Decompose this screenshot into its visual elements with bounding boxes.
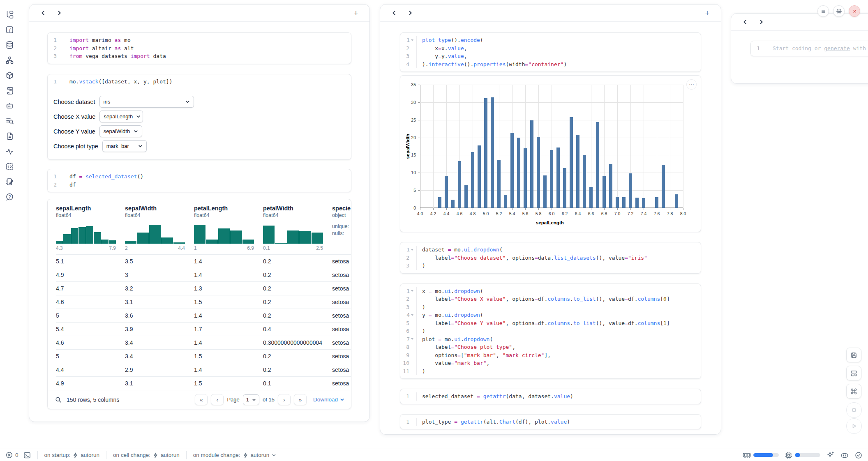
table-column-header[interactable]: speciesobjectunique:nulls: [332, 205, 351, 251]
table-row[interactable]: 4.93.11.50.1setosa [56, 376, 351, 390]
ram-usage[interactable] [743, 452, 779, 459]
code-line[interactable]: 1Start coding or generate with [751, 44, 868, 53]
scroll-right-button[interactable] [756, 17, 766, 28]
package-icon[interactable] [5, 71, 14, 80]
bar-chart[interactable]: 051015202530354.04.24.44.64.85.05.25.45.… [420, 85, 683, 208]
file-tree-icon[interactable] [5, 10, 14, 19]
code-line[interactable]: 3from vega_datasets import data [48, 52, 351, 60]
scroll-icon[interactable] [5, 86, 14, 95]
run-button[interactable] [846, 418, 862, 434]
search-icon[interactable] [55, 396, 62, 403]
code-line[interactable]: 1selected_dataset = getattr(data, datase… [400, 392, 701, 401]
fold-chevron-icon[interactable] [411, 338, 413, 340]
table-row[interactable]: 4.931.40.2setosa [56, 268, 351, 281]
code-line[interactable]: 2 label="Choose X value", options=df.col… [400, 295, 701, 303]
table-column-header[interactable]: sepalWidthfloat6424.4 [125, 205, 194, 251]
code-line[interactable]: 6) [400, 327, 701, 335]
cell-plot-type[interactable]: 1plot_type = getattr(alt.Chart(df), plot… [400, 414, 701, 430]
functions-icon[interactable]: f [5, 25, 14, 34]
next-page-button[interactable]: › [278, 394, 291, 405]
code-line[interactable]: 1x = mo.ui.dropdown( [400, 287, 701, 295]
activity-icon[interactable] [5, 147, 14, 156]
code-line[interactable]: 7plot = mo.ui.dropdown( [400, 335, 701, 343]
dataset-select[interactable]: iris [99, 96, 194, 108]
table-column-header[interactable]: petalLengthfloat6416.9 [194, 205, 263, 251]
code-line[interactable]: 5 label="Choose Y value", options=df.col… [400, 319, 701, 327]
scroll-left-button[interactable] [739, 17, 750, 28]
code-line[interactable]: 3) [400, 262, 701, 270]
command-palette-button[interactable] [846, 384, 861, 399]
code-line[interactable]: 3 y=y.value, [400, 52, 701, 60]
code-line[interactable]: 3) [400, 303, 701, 311]
cell-imports[interactable]: 1import marimo as mo2import altair as al… [47, 32, 351, 64]
table-row[interactable]: 5.13.51.40.2setosa [56, 254, 351, 268]
cell-plot[interactable]: 1plot_type().encode(2 x=x.value,3 y=y.va… [400, 32, 701, 72]
connection-status-button[interactable] [855, 452, 862, 459]
prev-page-button[interactable]: ‹ [211, 394, 224, 405]
page-select[interactable]: 1 [243, 394, 259, 405]
stop-button[interactable] [846, 402, 862, 418]
plot-type-select[interactable]: mark_bar [102, 140, 147, 152]
table-column-header[interactable]: petalWidthfloat640.12.5 [263, 205, 332, 251]
cell-scratch[interactable]: 1Start coding or generate with [750, 41, 868, 56]
chart-actions-button[interactable]: ⋯ [686, 79, 697, 90]
on-cell-change-setting[interactable]: on cell change: autorun [113, 452, 180, 458]
table-row[interactable]: 4.63.11.50.2setosa [56, 295, 351, 309]
fold-chevron-icon[interactable] [411, 290, 413, 292]
chart-output[interactable]: 051015202530354.04.24.44.64.85.05.25.45.… [400, 75, 701, 232]
add-cell-button[interactable]: + [702, 8, 713, 18]
cell-vstack[interactable]: 1mo.vstack([dataset, x, y, plot]) Choose… [47, 74, 351, 160]
scroll-right-button[interactable] [54, 8, 65, 18]
cell-xy-plot-dropdowns[interactable]: 1x = mo.ui.dropdown(2 label="Choose X va… [400, 284, 701, 379]
code-line[interactable]: 10 value="mark_bar", [400, 359, 701, 367]
code-line[interactable]: 9 options=["mark_bar", "mark_circle"], [400, 351, 701, 360]
y-value-select[interactable]: sepalWidth [99, 125, 142, 137]
table-row[interactable]: 53.41.50.2setosa [56, 349, 351, 363]
code-line[interactable]: 1plot_type().encode( [400, 36, 701, 44]
table-row[interactable]: 53.61.40.2setosa [56, 309, 351, 322]
table-column-header[interactable]: sepalLengthfloat644.37.9 [56, 205, 125, 251]
code-line[interactable]: 4).interactive().properties(width="conta… [400, 60, 701, 69]
notebook-icon[interactable] [5, 177, 14, 186]
copilot-button[interactable] [840, 452, 849, 459]
layout-button[interactable] [846, 366, 861, 380]
code-line[interactable]: 2df [48, 181, 351, 189]
scroll-right-button[interactable] [405, 8, 416, 18]
fold-chevron-icon[interactable] [411, 39, 413, 41]
scroll-left-button[interactable] [37, 8, 48, 18]
code-line[interactable]: 2 x=x.value, [400, 44, 701, 53]
table-row[interactable]: 4.73.21.30.2setosa [56, 281, 351, 295]
menu-button[interactable] [817, 5, 829, 17]
code-line[interactable]: 1plot_type = getattr(alt.Chart(df), plot… [400, 418, 701, 426]
code-line[interactable]: 1import marimo as mo [48, 36, 351, 44]
close-button[interactable] [849, 5, 860, 17]
add-cell-button[interactable]: + [351, 8, 361, 18]
cell-selected-dataset[interactable]: 1selected_dataset = getattr(data, datase… [400, 389, 701, 404]
error-indicator[interactable]: 0 [6, 452, 18, 459]
code-line[interactable]: 2import altair as alt [48, 44, 351, 53]
ai-assist-button[interactable] [826, 451, 834, 459]
cpu-usage[interactable] [785, 452, 820, 459]
list-search-icon[interactable] [5, 116, 14, 125]
database-icon[interactable] [5, 40, 14, 49]
fold-chevron-icon[interactable] [411, 314, 413, 316]
document-icon[interactable] [5, 131, 14, 141]
on-startup-setting[interactable]: on startup: autorun [44, 452, 100, 458]
code-line[interactable]: 1df = selected_dataset() [48, 173, 351, 181]
table-row[interactable]: 5.43.91.70.4setosa [56, 322, 351, 336]
settings-gear-button[interactable] [833, 5, 845, 17]
x-value-select[interactable]: sepalLength [99, 111, 143, 122]
help-icon[interactable]: ? [5, 192, 14, 201]
scroll-left-button[interactable] [388, 8, 399, 18]
download-button[interactable]: Download [313, 396, 344, 403]
last-page-button[interactable]: » [294, 394, 307, 405]
save-button[interactable] [846, 348, 861, 362]
code-line[interactable]: 4y = mo.ui.dropdown( [400, 311, 701, 319]
terminal-button[interactable] [23, 452, 31, 459]
on-module-change-setting[interactable]: on module change: autorun [193, 452, 277, 458]
cell-df[interactable]: 1df = selected_dataset()2df [47, 169, 351, 192]
chatbot-icon[interactable] [5, 101, 14, 110]
table-row[interactable]: 4.42.91.40.2setosa [56, 363, 351, 376]
code-line[interactable]: 8 label="Choose plot type", [400, 343, 701, 351]
snippet-icon[interactable] [5, 162, 14, 171]
